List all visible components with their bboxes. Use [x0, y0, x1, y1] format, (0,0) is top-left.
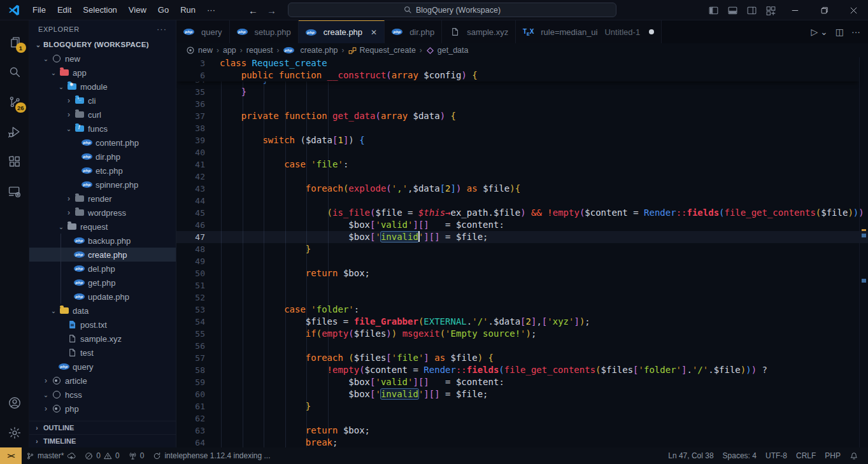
code-line-44[interactable]: 44 [176, 195, 868, 207]
status-language-mode[interactable]: PHP [820, 447, 845, 464]
command-center-search[interactable]: BlogQuery (Workspace) [288, 3, 616, 17]
status-notifications[interactable] [845, 447, 863, 464]
overview-ruler[interactable] [859, 57, 868, 447]
tree-item-blogquery-workspace-[interactable]: ⌄BLOGQUERY (WORKSPACE) [29, 38, 176, 52]
status-language-server[interactable]: intelephense 1.12.4 indexing ... [148, 447, 274, 464]
search-icon[interactable] [0, 57, 29, 87]
tree-item-render[interactable]: ›render [29, 192, 176, 206]
nav-back-button[interactable]: ← [248, 5, 258, 16]
tree-item-sample.xyz[interactable]: sample.xyz [29, 332, 176, 346]
code-line-50[interactable]: 50 return $box; [176, 267, 868, 279]
code-line-55[interactable]: 55 if(empty($files)) msgexit('Empty sour… [176, 328, 868, 340]
tree-item-php[interactable]: ›php [29, 402, 176, 416]
settings-icon[interactable] [0, 418, 29, 447]
tree-item-spinner.php[interactable]: phpspinner.php [29, 178, 176, 192]
code-line-49[interactable]: 49 [176, 255, 868, 267]
breadcrumb-item-request[interactable]: request [246, 46, 273, 55]
code-line-3[interactable]: 3class Request_create [176, 57, 859, 69]
status-ports[interactable]: 0 [124, 447, 149, 464]
code-line-52[interactable]: 52 [176, 292, 868, 304]
code-line-58[interactable]: 58 !empty($content = Render::fields(file… [176, 364, 868, 376]
tree-item-backup.php[interactable]: phpbackup.php [29, 234, 176, 248]
code-line-38[interactable]: 38 [176, 122, 868, 134]
breadcrumb-item-new[interactable]: new [186, 46, 213, 55]
menu-run[interactable]: Run [174, 0, 201, 20]
tree-item-del.php[interactable]: phpdel.php [29, 262, 176, 276]
tree-item-post.txt[interactable]: post.txt [29, 318, 176, 332]
code-line-39[interactable]: 39 switch ($data[1]) { [176, 134, 868, 146]
code-line-63[interactable]: 63 return $box; [176, 425, 868, 437]
code-line-34[interactable]: 34 } [176, 81, 868, 86]
breadcrumb-item-app[interactable]: app [223, 46, 236, 55]
code-line-57[interactable]: 57 foreach ($files['file'] as $file) { [176, 352, 868, 364]
split-editor-button[interactable]: ◫ [836, 27, 844, 37]
code-line-35[interactable]: 35 } [176, 86, 868, 98]
source-control-icon[interactable]: 26 [0, 87, 29, 116]
code-line-53[interactable]: 53 case 'folder': [176, 304, 868, 316]
explorer-more-actions[interactable]: ··· [157, 24, 167, 34]
tab-query[interactable]: phpquery [176, 20, 230, 43]
breadcrumb-item-get-data[interactable]: get_data [426, 46, 469, 55]
menu-file[interactable]: File [27, 0, 52, 20]
tab-rule-median-ui[interactable]: TEXrule=median_uiUntitled-1 [516, 20, 662, 43]
tree-item-new[interactable]: ⌄new [29, 52, 176, 66]
nav-forward-button[interactable]: → [267, 5, 276, 16]
menu-selection[interactable]: Selection [77, 0, 122, 20]
restore-button[interactable] [809, 0, 839, 20]
status-git-branch[interactable]: master* [22, 447, 80, 464]
breadcrumb-item-request-create[interactable]: Request_create [348, 46, 416, 55]
tree-item-etc.php[interactable]: phpetc.php [29, 164, 176, 178]
tree-item-funcs[interactable]: ⌄ƒfuncs [29, 122, 176, 136]
remote-explorer-icon[interactable] [0, 176, 29, 206]
code-line-47[interactable]: 47 $box['invalid'][] = $file; [176, 231, 868, 243]
toggle-sidebar-icon[interactable] [704, 0, 723, 20]
tab-create.php[interactable]: phpcreate.php✕ [299, 20, 385, 43]
code-line-64[interactable]: 64 break; [176, 437, 868, 447]
code-line-42[interactable]: 42 [176, 171, 868, 183]
status-cursor-position[interactable]: Ln 47, Col 38 [664, 447, 718, 464]
tab-sample.xyz[interactable]: sample.xyz [442, 20, 516, 43]
tree-item-content.php[interactable]: phpcontent.php [29, 136, 176, 150]
tree-item-app[interactable]: ⌄app [29, 66, 176, 80]
tree-item-test[interactable]: test [29, 346, 176, 360]
code-line-37[interactable]: 37 private function get_data(array $data… [176, 110, 868, 122]
status-eol[interactable]: CRLF [792, 447, 820, 464]
code-line-41[interactable]: 41 case 'file': [176, 158, 868, 171]
tree-item-wordpress[interactable]: ›wordpress [29, 206, 176, 220]
status-encoding[interactable]: UTF-8 [761, 447, 792, 464]
close-button[interactable] [839, 0, 868, 20]
code-editor[interactable]: 34 }35 }3637 private function get_data(a… [176, 57, 868, 447]
code-line-45[interactable]: 45 (is_file($file = $this→ex_path.$file)… [176, 207, 868, 219]
tree-item-curl[interactable]: ›curl [29, 108, 176, 122]
menu-go[interactable]: Go [152, 0, 174, 20]
more-actions-button[interactable]: ··· [851, 27, 860, 37]
toggle-secondary-sidebar-icon[interactable] [742, 0, 761, 20]
tree-item-dir.php[interactable]: phpdir.php [29, 150, 176, 164]
tree-item-create.php[interactable]: phpcreate.php [29, 248, 176, 262]
code-line-59[interactable]: 59 $box['valid'][] = $content: [176, 376, 868, 388]
menu-edit[interactable]: Edit [52, 0, 77, 20]
code-line-62[interactable]: 62 [176, 412, 868, 425]
code-line-60[interactable]: 60 $box['invalid'][] = $file; [176, 388, 868, 400]
code-line-56[interactable]: 56 [176, 340, 868, 352]
status-remote-indicator[interactable]: >< [0, 447, 22, 464]
section-timeline[interactable]: ›TIMELINE [29, 434, 176, 447]
code-line-6[interactable]: 6 public function __construct(array $con… [176, 69, 859, 81]
tree-item-update.php[interactable]: phpupdate.php [29, 290, 176, 304]
menu-view[interactable]: View [123, 0, 152, 20]
minimize-button[interactable] [780, 0, 809, 20]
explorer-icon[interactable]: 1 [0, 27, 29, 57]
tree-item-get.php[interactable]: phpget.php [29, 276, 176, 290]
tree-item-data[interactable]: ⌄data [29, 304, 176, 318]
tree-item-hcss[interactable]: ⌄hcss [29, 388, 176, 402]
tree-item-query[interactable]: phpquery [29, 360, 176, 374]
status-problems[interactable]: 00 [80, 447, 124, 464]
menu-[interactable]: ··· [201, 0, 221, 20]
accounts-icon[interactable] [0, 388, 29, 418]
tree-item-cli[interactable]: ››_cli [29, 94, 176, 108]
tree-item-module[interactable]: ⌄✱module [29, 80, 176, 94]
code-line-43[interactable]: 43 foreach(explode(',',$data[2]) as $fil… [176, 183, 868, 195]
tree-item-article[interactable]: ›article [29, 374, 176, 388]
toggle-panel-icon[interactable] [723, 0, 742, 20]
tab-setup.php[interactable]: phpsetup.php [230, 20, 299, 43]
